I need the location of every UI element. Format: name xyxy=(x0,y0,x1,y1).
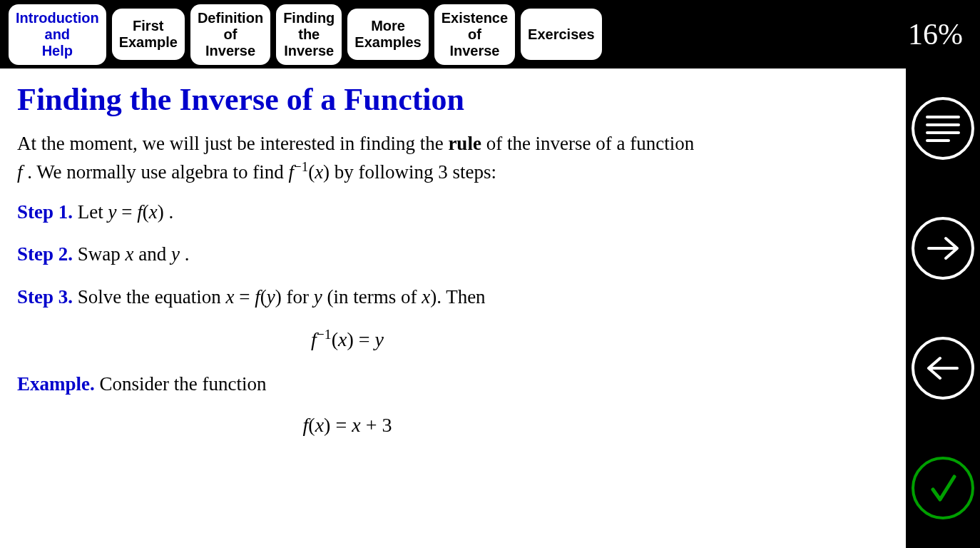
step-eq: x = f(y) xyxy=(225,286,281,308)
check-icon xyxy=(912,457,974,519)
step-text: for xyxy=(282,286,314,308)
tab-exercises[interactable]: Exercises xyxy=(521,9,601,60)
tab-label-line: More xyxy=(371,18,405,34)
progress-percent: 16% xyxy=(908,17,963,51)
intro-text: At the moment, we will just be intereste… xyxy=(17,133,448,154)
step-3-display-equation: f−1(x) = y xyxy=(0,327,884,351)
math-y: y xyxy=(171,243,180,265)
main-row: Finding the Inverse of a Function At the… xyxy=(0,68,980,548)
step-1: Step 1. Let y = f(x) . xyxy=(17,199,702,226)
tab-label-line: Existence xyxy=(441,10,508,26)
math-arg: (x) = y xyxy=(332,328,384,350)
menu-icon xyxy=(912,97,974,160)
arrow-left-icon xyxy=(912,337,974,400)
tab-label-line: the xyxy=(298,26,320,43)
tab-label-line: Examples xyxy=(354,34,421,51)
tab-existence-of-inverse[interactable]: Existence of Inverse xyxy=(434,4,515,65)
step-text: . xyxy=(180,243,190,265)
step-text: ). Then xyxy=(430,286,485,308)
math-arg: (x) xyxy=(308,161,330,183)
tab-label-line: and xyxy=(45,26,71,43)
step-label: Step 1. xyxy=(17,201,73,223)
prev-button[interactable] xyxy=(906,308,980,428)
next-button[interactable] xyxy=(906,188,980,308)
page-title: Finding the Inverse of a Function xyxy=(17,81,884,118)
tab-label-line: Example xyxy=(119,34,178,51)
tab-finding-the-inverse[interactable]: Finding the Inverse xyxy=(276,4,342,65)
step-text: and xyxy=(134,243,171,265)
step-eq: y = f(x) xyxy=(108,201,164,223)
tab-label-line: Exercises xyxy=(528,26,594,43)
math-f: f xyxy=(17,161,23,183)
tab-label-line: of xyxy=(224,26,238,43)
intro-text: of the inverse of a function xyxy=(481,133,694,154)
intro-text: by following 3 steps: xyxy=(330,161,496,183)
math-sup: −1 xyxy=(317,327,332,342)
tab-label-line: Finding xyxy=(283,10,335,26)
example-label: Example. xyxy=(17,373,95,395)
right-sidebar xyxy=(906,68,980,548)
math-sup: −1 xyxy=(294,159,308,174)
tab-strip: Introduction and Help First Example Defi… xyxy=(9,4,602,65)
math-f: f xyxy=(289,161,295,183)
step-label: Step 3. xyxy=(17,286,73,308)
math-f: f xyxy=(311,328,317,350)
tab-label-line: Introduction xyxy=(16,10,99,26)
tab-label-line: Inverse xyxy=(449,43,499,59)
step-text: (in terms of xyxy=(322,286,422,308)
tab-label-line: First xyxy=(133,18,163,34)
tab-label-line: Definition xyxy=(198,10,263,26)
confirm-button[interactable] xyxy=(906,428,980,548)
arrow-right-icon xyxy=(912,217,974,280)
step-text: Let xyxy=(73,201,108,223)
tab-definition-of-inverse[interactable]: Definition of Inverse xyxy=(190,4,270,65)
menu-lines-icon xyxy=(926,116,960,142)
tab-label-line: Help xyxy=(42,43,73,59)
intro-bold-rule: rule xyxy=(448,133,481,154)
top-nav-bar: Introduction and Help First Example Defi… xyxy=(0,0,980,68)
step-text: Solve the equation xyxy=(73,286,225,308)
tab-introduction-and-help[interactable]: Introduction and Help xyxy=(9,4,106,65)
tab-more-examples[interactable]: More Examples xyxy=(347,9,428,60)
math-x: x xyxy=(422,286,430,308)
math-y: y xyxy=(314,286,322,308)
tab-label-line: Inverse xyxy=(284,43,334,59)
step-text: . xyxy=(164,201,174,223)
slide-content: Finding the Inverse of a Function At the… xyxy=(0,68,906,548)
step-text: Swap xyxy=(73,243,126,265)
example-text: Consider the function xyxy=(95,373,267,395)
example-intro: Example. Consider the function xyxy=(17,371,702,398)
example-display-equation: f(x) = x + 3 xyxy=(0,414,884,437)
step-3: Step 3. Solve the equation x = f(y) for … xyxy=(17,284,702,311)
tab-label-line: of xyxy=(468,26,481,43)
intro-paragraph: At the moment, we will just be intereste… xyxy=(17,131,702,186)
tab-first-example[interactable]: First Example xyxy=(112,9,185,60)
step-2: Step 2. Swap x and y . xyxy=(17,241,702,268)
math-x: x xyxy=(126,243,134,265)
intro-text: . We normally use algebra to find xyxy=(23,161,289,183)
menu-button[interactable] xyxy=(906,68,980,188)
step-label: Step 2. xyxy=(17,243,73,265)
tab-label-line: Inverse xyxy=(205,43,255,59)
